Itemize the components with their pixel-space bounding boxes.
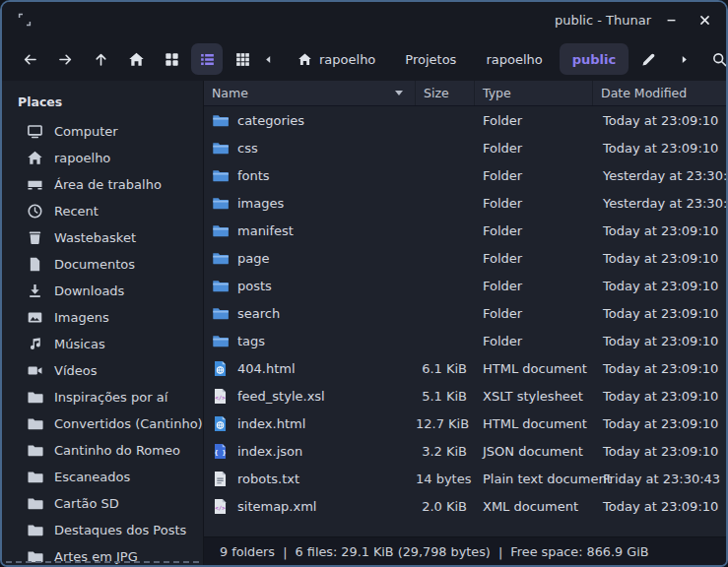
column-header-type[interactable]: Type <box>475 81 593 105</box>
file-name: page <box>237 251 269 266</box>
forward-button[interactable] <box>49 43 81 75</box>
file-date: Today at 23:09:10 <box>593 141 726 156</box>
file-size: 5.1 KiB <box>416 389 475 404</box>
file-date: Today at 23:09:10 <box>593 416 726 431</box>
file-row-feed_style.xsl[interactable]: </>feed_style.xsl5.1 KiBXSLT stylesheetT… <box>204 382 726 410</box>
column-header-size[interactable]: Size <box>416 81 475 105</box>
file-row-robots.txt[interactable]: robots.txt14 bytesPlain text documentFri… <box>204 465 726 492</box>
file-name-cell: posts <box>204 278 416 294</box>
file-row-search[interactable]: searchFolderToday at 23:09:10 <box>204 299 726 327</box>
sidebar-item-Computer[interactable]: Computer <box>2 118 203 145</box>
folder-blue-icon <box>212 250 229 267</box>
scroll-left-button[interactable] <box>260 43 277 75</box>
folder-icon <box>27 389 43 406</box>
view-button-group <box>154 43 260 75</box>
sidebar-item-Artes em JPG[interactable]: Artes em JPG <box>2 543 203 565</box>
folder-icon <box>27 522 43 538</box>
file-type: XML document <box>475 499 593 514</box>
statusbar: 9 folders | 6 files: 29.1 KiB (29,798 by… <box>204 536 726 565</box>
folder-icon <box>27 442 43 459</box>
file-row-page[interactable]: pageFolderToday at 23:09:10 <box>204 244 726 272</box>
home-icon <box>27 150 43 166</box>
sidebar-item-Vídeos[interactable]: Vídeos <box>2 357 203 384</box>
sidebar-item-Recent[interactable]: Recent <box>2 198 203 224</box>
breadcrumb: rapoelhoProjetosrapoelhopublic <box>283 43 630 75</box>
desktop-icon <box>27 176 43 193</box>
file-name-cell: search <box>204 305 416 322</box>
svg-text:</>: </> <box>215 394 226 400</box>
file-type: Plain text document <box>475 472 593 486</box>
sidebar-item-Músicas[interactable]: Músicas <box>2 331 203 357</box>
file-row-categories[interactable]: categoriesFolderToday at 23:09:10 <box>204 106 726 134</box>
sidebar-item-Destaques dos Posts[interactable]: Destaques dos Posts <box>2 517 203 543</box>
file-type: Folder <box>475 334 593 348</box>
thunar-window: public - Thunar rapoelhoProjetosrapoelho… <box>0 0 728 567</box>
file-type: Folder <box>475 223 593 238</box>
file-type: JSON document <box>475 444 593 459</box>
minimize-icon <box>664 13 679 28</box>
view-list-button[interactable] <box>191 43 223 75</box>
file-row-404.html[interactable]: 404.html6.1 KiBHTML documentToday at 23:… <box>204 354 726 382</box>
folder-blue-icon <box>212 140 229 157</box>
file-name: index.json <box>237 444 302 459</box>
sidebar-item-Imagens[interactable]: Imagens <box>2 304 203 331</box>
up-button[interactable] <box>85 43 116 75</box>
file-row-fonts[interactable]: fontsFolderYesterday at 23:30:46 <box>204 161 726 189</box>
sidebar-item-Cartão SD[interactable]: Cartão SD <box>2 490 203 517</box>
folder-blue-icon <box>212 112 229 129</box>
sidebar-item-Downloads[interactable]: Downloads <box>2 278 203 304</box>
file-pane: Name Size Type Date Modified categoriesF… <box>204 81 726 565</box>
breadcrumb-public[interactable]: public <box>560 43 629 75</box>
file-name: feed_style.xsl <box>237 389 325 404</box>
file-xml-icon: </> <box>212 388 229 405</box>
breadcrumb-rapoelho[interactable]: rapoelho <box>285 43 388 75</box>
back-button[interactable] <box>14 43 45 75</box>
breadcrumb-Projetos[interactable]: Projetos <box>392 43 469 75</box>
file-type: Folder <box>475 196 593 211</box>
file-name: sitemap.xml <box>237 499 316 514</box>
file-type: Folder <box>475 306 593 321</box>
column-header-date[interactable]: Date Modified <box>593 81 726 105</box>
home-button[interactable] <box>120 43 152 75</box>
breadcrumb-label: public <box>572 52 616 67</box>
folder-icon <box>27 469 43 485</box>
sidebar-item-Área de trabalho[interactable]: Área de trabalho <box>2 171 203 198</box>
sidebar-item-Inspirações por aí[interactable]: Inspirações por aí <box>2 384 203 410</box>
sidebar-item-label: rapoelho <box>54 151 110 165</box>
view-grid-icon <box>164 51 180 68</box>
sidebar-item-label: Destaques dos Posts <box>54 523 186 537</box>
file-row-css[interactable]: cssFolderToday at 23:09:10 <box>204 134 726 161</box>
scroll-right-button[interactable] <box>668 43 699 75</box>
document-icon <box>27 256 43 273</box>
sidebar-item-Cantinho do Romeo[interactable]: Cantinho do Romeo <box>2 437 203 464</box>
file-row-index.json[interactable]: { }index.json3.2 KiBJSON documentToday a… <box>204 437 726 465</box>
column-header-name[interactable]: Name <box>204 81 416 105</box>
edit-path-button[interactable] <box>632 43 664 75</box>
sidebar-item-Escaneados[interactable]: Escaneados <box>2 464 203 490</box>
file-row-sitemap.xml[interactable]: </>sitemap.xml2.0 KiBXML documentToday a… <box>204 492 726 520</box>
file-row-manifest[interactable]: manifestFolderToday at 23:09:10 <box>204 217 726 244</box>
file-name-cell: index.html <box>204 415 416 432</box>
folder-blue-icon <box>212 278 229 294</box>
file-name: categories <box>237 113 304 128</box>
sidebar-item-rapoelho[interactable]: rapoelho <box>2 145 203 171</box>
minimize-button[interactable] <box>657 6 685 33</box>
view-icons-button[interactable] <box>156 43 187 75</box>
file-row-posts[interactable]: postsFolderToday at 23:09:10 <box>204 272 726 299</box>
titlebar: public - Thunar <box>2 2 726 37</box>
search-button[interactable] <box>703 43 728 75</box>
folder-icon <box>27 548 43 565</box>
sidebar-item-Documentos[interactable]: Documentos <box>2 251 203 278</box>
file-row-tags[interactable]: tagsFolderToday at 23:09:10 <box>204 327 726 354</box>
sidebar-item-Wastebasket[interactable]: Wastebasket <box>2 224 203 251</box>
sidebar-item-Convertidos (Cantinho)[interactable]: Convertidos (Cantinho) <box>2 410 203 437</box>
file-row-index.html[interactable]: index.html12.7 KiBHTML documentToday at … <box>204 410 726 437</box>
breadcrumb-rapoelho[interactable]: rapoelho <box>473 43 555 75</box>
file-type: Folder <box>475 113 593 128</box>
chevron-left-icon <box>260 51 277 68</box>
close-button[interactable] <box>691 6 718 33</box>
folder-blue-icon <box>212 333 229 349</box>
file-row-images[interactable]: imagesFolderYesterday at 23:30:46 <box>204 189 726 217</box>
view-compact-button[interactable] <box>227 43 258 75</box>
sidebar-item-label: Área de trabalho <box>54 177 162 192</box>
